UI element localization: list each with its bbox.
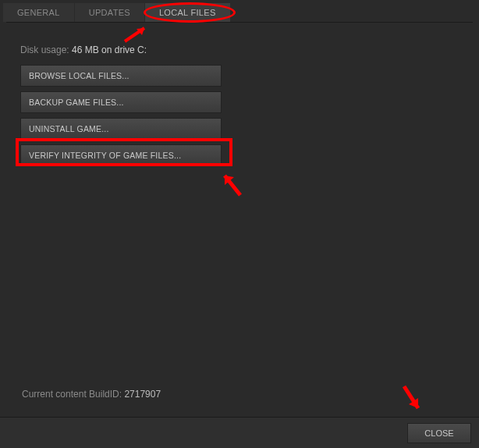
uninstall-game-button[interactable]: UNINSTALL GAME... — [20, 118, 222, 140]
disk-usage-label: Disk usage: 46 MB on drive C: — [20, 44, 465, 55]
content-panel: Disk usage: 46 MB on drive C: BROWSE LOC… — [0, 23, 479, 177]
browse-local-files-button[interactable]: BROWSE LOCAL FILES... — [20, 65, 222, 87]
build-id-label: Current content BuildID: 2717907 — [22, 389, 161, 400]
annotation-arrow-close — [396, 382, 428, 418]
tab-local-files[interactable]: LOCAL FILES — [145, 3, 230, 22]
action-button-group: BROWSE LOCAL FILES... BACKUP GAME FILES.… — [20, 65, 465, 166]
build-id-value: 2717907 — [124, 389, 161, 400]
dialog-footer: CLOSE — [0, 417, 479, 448]
tab-general[interactable]: GENERAL — [3, 3, 74, 22]
verify-integrity-button[interactable]: VERIFY INTEGRITY OF GAME FILES... — [20, 144, 222, 166]
build-id-prefix: Current content BuildID: — [22, 389, 124, 400]
close-button[interactable]: CLOSE — [407, 423, 471, 443]
tab-updates[interactable]: UPDATES — [75, 3, 144, 22]
tab-bar: GENERAL UPDATES LOCAL FILES — [0, 0, 479, 22]
backup-game-files-button[interactable]: BACKUP GAME FILES... — [20, 91, 222, 113]
disk-usage-value: 46 MB on drive C: — [72, 44, 147, 55]
disk-usage-prefix: Disk usage: — [20, 44, 72, 55]
